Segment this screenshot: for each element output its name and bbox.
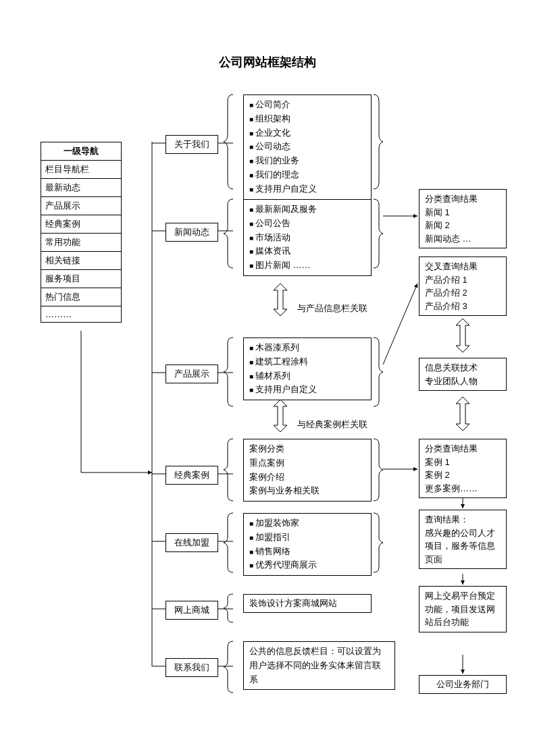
list-item: 案例与业务相关联 <box>249 484 365 498</box>
diagram-title: 公司网站框架结构 <box>0 54 535 70</box>
section-about-label: 关于我们 <box>165 135 218 154</box>
list-item: 支持用户自定义 <box>249 383 365 397</box>
section-contact-label: 联系我们 <box>165 658 218 677</box>
list-item: 优秀代理商展示 <box>249 558 365 572</box>
svg-line-18 <box>383 284 417 364</box>
list-item: 建筑工程涂料 <box>249 355 365 369</box>
list-item: 企业文化 <box>249 126 365 140</box>
list-item: 公司公告 <box>249 217 365 231</box>
section-news-label: 新闻动态 <box>165 223 218 242</box>
list-item: 最新新闻及服务 <box>249 202 365 217</box>
right-company-dept: 公司业务部门 <box>419 675 507 694</box>
section-shop-label: 网上商城 <box>165 601 218 620</box>
list-item: 组织架构 <box>249 112 365 126</box>
right-case-result: 分类查询结果 案例 1 案例 2 更多案例…… <box>419 439 507 498</box>
list-item: 我们的理念 <box>249 168 365 182</box>
primary-nav-header: 一级导航 <box>41 142 121 160</box>
list-item: 案例介绍 <box>249 470 365 485</box>
nav-item: 最新动态 <box>41 178 121 196</box>
list-item: 公司动态 <box>249 140 365 154</box>
section-cases-label: 经典案例 <box>165 466 218 485</box>
nav-item: 服务项目 <box>41 269 121 288</box>
list-item: 木器漆系列 <box>249 341 365 355</box>
nav-item: 常用功能 <box>41 233 121 251</box>
section-news-detail: 最新新闻及服务公司公告市场活动媒体资讯图片新闻 …… <box>243 199 372 276</box>
list-item: 加盟装饰家 <box>249 516 365 531</box>
section-contact-detail: 公共的信息反馈栏目：可以设置为用户选择不同的业务实体来留言联系 <box>243 641 395 690</box>
list-item: 支持用户自定义 <box>249 182 365 196</box>
nav-item: 相关链接 <box>41 251 121 269</box>
nav-item: 热门信息 <box>41 288 121 306</box>
nav-item: 经典案例 <box>41 215 121 233</box>
section-shop-detail: 装饰设计方案商城网站 <box>243 594 372 613</box>
page-root: 公司网站框架结构 一级导航 栏目导航栏最新动态产品展示经典案例常用功能相关链接服… <box>0 0 535 756</box>
list-item: 案例分类 <box>249 442 365 456</box>
nav-item: 栏目导航栏 <box>41 160 121 178</box>
list-item: 市场活动 <box>249 231 365 245</box>
section-join-label: 在线加盟 <box>165 533 218 552</box>
nav-item: 产品展示 <box>41 196 121 215</box>
note-link-product: 与产品信息栏关联 <box>297 302 367 315</box>
right-cross-result: 交叉查询结果 产品介绍 1 产品介绍 2 产品介绍 3 <box>419 256 507 316</box>
nav-item: ……… <box>41 306 121 322</box>
list-item: 销售网络 <box>249 545 365 559</box>
list-item: 重点案例 <box>249 456 365 470</box>
right-info-tech: 信息关联技术 专业团队人物 <box>419 358 507 391</box>
right-query-result: 查询结果： 感兴趣的公司人才项目，服务等信息页面 <box>419 510 507 569</box>
list-item: 公司简介 <box>249 98 365 112</box>
list-item: 媒体资讯 <box>249 244 365 259</box>
list-item: 辅材系列 <box>249 369 365 383</box>
section-product-label: 产品展示 <box>165 364 218 383</box>
list-item: 图片新闻 …… <box>249 259 365 273</box>
primary-nav: 一级导航 栏目导航栏最新动态产品展示经典案例常用功能相关链接服务项目热门信息……… <box>41 142 122 323</box>
right-trade-platform: 网上交易平台预定功能，项目发送网站后台功能 <box>419 586 507 632</box>
section-join-detail: 加盟装饰家加盟指引销售网络优秀代理商展示 <box>243 513 372 576</box>
right-news-result: 分类查询结果 新闻 1 新闻 2 新闻动态 … <box>419 189 507 248</box>
list-item: 我们的业务 <box>249 154 365 168</box>
section-about-detail: 公司简介组织架构企业文化公司动态我们的业务我们的理念支持用户自定义 <box>243 94 372 200</box>
note-link-cases: 与经典案例栏关联 <box>297 418 367 431</box>
section-product-detail: 木器漆系列建筑工程涂料辅材系列支持用户自定义 <box>243 338 372 400</box>
section-cases-detail: 案例分类重点案例案例介绍案例与业务相关联 <box>243 439 372 502</box>
list-item: 加盟指引 <box>249 531 365 545</box>
